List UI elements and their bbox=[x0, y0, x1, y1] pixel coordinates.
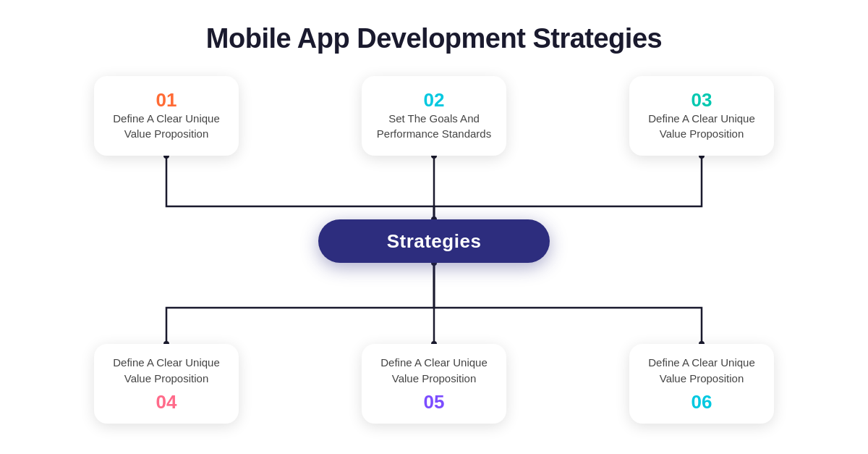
center-node-label: Strategies bbox=[387, 230, 482, 253]
card-2-text: Set The Goals And Performance Standards bbox=[375, 111, 493, 143]
card-5-number: 05 bbox=[424, 392, 445, 413]
card-bottom-5: Define A Clear Unique Value Proposition … bbox=[362, 344, 506, 424]
card-bottom-4: Define A Clear Unique Value Proposition … bbox=[94, 344, 239, 424]
card-1-text: Define A Clear Unique Value Proposition bbox=[107, 111, 226, 143]
card-3-number: 03 bbox=[692, 90, 712, 111]
card-2-number: 02 bbox=[424, 90, 445, 111]
card-6-number: 06 bbox=[692, 392, 712, 413]
page-title: Mobile App Development Strategies bbox=[206, 23, 662, 54]
card-top-3: 03 Define A Clear Unique Value Propositi… bbox=[629, 76, 774, 156]
center-node: Strategies bbox=[318, 219, 550, 263]
card-6-text: Define A Clear Unique Value Proposition bbox=[642, 355, 761, 387]
card-top-1: 01 Define A Clear Unique Value Propositi… bbox=[94, 76, 239, 156]
card-5-text: Define A Clear Unique Value Proposition bbox=[375, 355, 493, 387]
diagram-container: 01 Define A Clear Unique Value Propositi… bbox=[36, 62, 832, 438]
card-3-text: Define A Clear Unique Value Proposition bbox=[642, 111, 761, 143]
card-top-2: 02 Set The Goals And Performance Standar… bbox=[362, 76, 506, 156]
card-bottom-6: Define A Clear Unique Value Proposition … bbox=[629, 344, 774, 424]
card-4-text: Define A Clear Unique Value Proposition bbox=[107, 355, 226, 387]
card-1-number: 01 bbox=[156, 90, 177, 111]
card-4-number: 04 bbox=[156, 392, 177, 413]
